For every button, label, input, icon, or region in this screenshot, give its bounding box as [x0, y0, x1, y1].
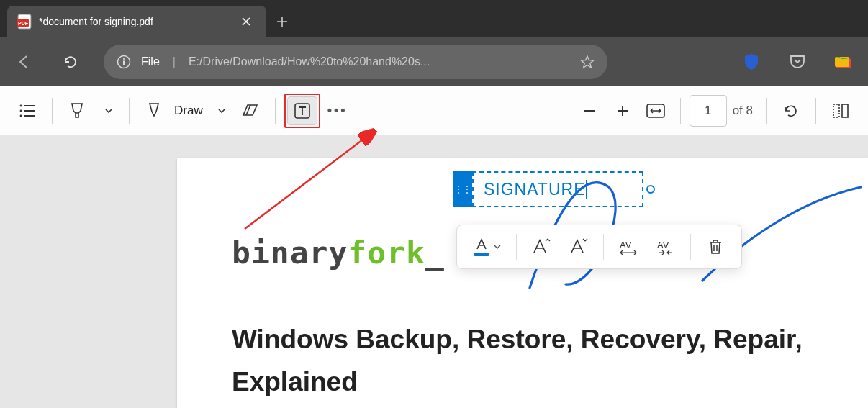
annotation-drag-handle[interactable]: ⋮⋮	[453, 171, 472, 207]
logo-part3: _	[425, 235, 445, 271]
highlighter-dropdown[interactable]	[97, 95, 120, 127]
pdf-file-icon: PDF	[17, 14, 32, 30]
address-path: E:/Drive/Download/How%20to%20hand%20s...	[189, 55, 570, 68]
favorite-button[interactable]	[580, 55, 595, 69]
site-info-icon[interactable]	[117, 55, 131, 69]
svg-rect-18	[842, 104, 848, 117]
increase-spacing-button[interactable]: AV	[611, 232, 646, 262]
annotation-resize-handle[interactable]	[646, 185, 655, 194]
address-separator: |	[173, 55, 176, 68]
pdf-viewport[interactable]: ⋮⋮ SIGNATURE	[0, 135, 868, 408]
svg-point-12	[20, 114, 22, 117]
draw-pen-button[interactable]	[138, 95, 170, 127]
svg-rect-17	[833, 104, 839, 117]
logo-part2: fork	[348, 235, 425, 271]
active-tab[interactable]: PDF *document for signing.pdf	[7, 6, 266, 37]
text-annotation[interactable]: ⋮⋮ SIGNATURE	[453, 171, 651, 207]
new-tab-button[interactable]	[266, 6, 298, 37]
text-color-button[interactable]	[466, 232, 509, 262]
callout-arrow	[238, 121, 425, 236]
svg-rect-9	[24, 105, 35, 106]
zoom-out-button[interactable]	[574, 95, 605, 127]
toolbar-separator	[766, 98, 767, 124]
address-scheme: File	[141, 55, 160, 68]
toolbar-separator	[815, 98, 816, 124]
tab-title: *document for signing.pdf	[39, 16, 229, 27]
highlighter-button[interactable]	[61, 95, 93, 127]
toolbar-separator	[690, 234, 691, 260]
chevron-down-icon	[494, 245, 501, 250]
heading-line1: Windows Backup, Restore, Recovery, Repai…	[232, 325, 803, 354]
browser-address-bar: File | E:/Drive/Download/How%20to%20hand…	[0, 37, 868, 86]
rotate-button[interactable]	[775, 95, 807, 127]
svg-point-10	[20, 109, 22, 112]
svg-point-8	[20, 104, 22, 106]
svg-rect-5	[123, 61, 125, 65]
contents-button[interactable]	[12, 95, 43, 127]
grip-icon: ⋮⋮	[454, 184, 471, 194]
text-format-toolbar: AV AV	[456, 225, 742, 269]
reload-button[interactable]	[58, 49, 83, 75]
document-heading: Windows Backup, Restore, Recovery, Repai…	[232, 318, 803, 403]
folder-extension-icon[interactable]	[831, 49, 856, 75]
decrease-font-button[interactable]	[561, 232, 596, 262]
svg-text:AV: AV	[657, 240, 669, 250]
draw-label: Draw	[174, 104, 203, 118]
svg-line-21	[245, 131, 374, 229]
page-number-input[interactable]	[690, 95, 727, 127]
decrease-spacing-button[interactable]: AV	[648, 232, 683, 262]
svg-rect-11	[24, 110, 35, 112]
color-swatch	[474, 253, 489, 256]
close-tab-button[interactable]	[236, 12, 256, 32]
toolbar-separator	[516, 234, 517, 260]
browser-tab-bar: PDF *document for signing.pdf	[0, 0, 868, 37]
logo-part1: binary	[232, 235, 348, 271]
ellipsis-icon: •••	[327, 103, 348, 118]
annotation-text-value: SIGNATURE	[484, 180, 585, 199]
toolbar-separator	[275, 98, 276, 124]
toolbar-separator	[680, 98, 681, 124]
pocket-icon[interactable]	[785, 49, 810, 75]
heading-line2: Explained	[232, 367, 358, 396]
svg-rect-13	[24, 115, 35, 117]
svg-text:AV: AV	[620, 240, 632, 250]
svg-point-4	[123, 58, 125, 60]
toolbar-separator	[52, 98, 53, 124]
delete-annotation-button[interactable]	[698, 232, 733, 262]
annotation-text-field[interactable]: SIGNATURE	[472, 171, 643, 207]
draw-dropdown[interactable]	[210, 95, 233, 127]
address-field[interactable]: File | E:/Drive/Download/How%20to%20hand…	[104, 45, 607, 79]
svg-text:PDF: PDF	[18, 21, 29, 26]
document-logo: binaryfork_	[232, 235, 445, 271]
text-cursor	[586, 180, 587, 199]
zoom-in-button[interactable]	[607, 95, 638, 127]
increase-font-button[interactable]	[524, 232, 559, 262]
toolbar-separator	[603, 234, 604, 260]
page-total-label: of 8	[733, 104, 753, 118]
page-view-button[interactable]	[825, 95, 856, 127]
fit-width-button[interactable]	[640, 95, 672, 127]
toolbar-separator	[129, 98, 130, 124]
back-button[interactable]	[12, 49, 37, 75]
extension-shield-icon[interactable]	[738, 49, 764, 75]
pdf-toolbar: Draw ••• of 8	[0, 86, 868, 135]
